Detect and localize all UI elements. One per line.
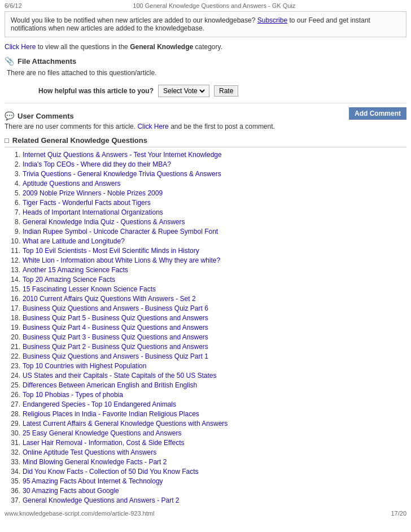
vote-select[interactable]: Select Vote [161, 86, 207, 95]
list-item-num: 28. [5, 410, 20, 418]
list-item: 11.Top 10 Evil Scientists - Most Evil Sc… [5, 247, 406, 255]
user-comments-section: 💬 User Comments Add Comment There are no… [5, 107, 406, 130]
list-item: 5.2009 Noble Prize Winners - Noble Prize… [5, 189, 406, 197]
list-item-num: 2. [5, 160, 20, 168]
list-item-num: 9. [5, 228, 20, 236]
list-item-num: 3. [5, 170, 20, 178]
file-attachments-header: 📎 File Attachments [5, 56, 406, 66]
list-item-num: 15. [5, 285, 20, 293]
list-item-link[interactable]: India's Top CEOs - Where did they do the… [23, 160, 171, 168]
list-item-link[interactable]: Top 10 Countries with Highest Population [23, 362, 146, 370]
list-item-link[interactable]: US States and their Capitals - State Cap… [23, 372, 217, 380]
list-item-link[interactable]: Top 10 Phobias - Types of phobia [23, 391, 123, 399]
list-item: 29.Latest Current Affairs & General Know… [5, 420, 406, 428]
list-item: 28.Religious Places in India - Favorite … [5, 410, 406, 418]
list-item: 22.Business Quiz Questions and Answers -… [5, 352, 406, 360]
list-item-num: 1. [5, 151, 20, 159]
list-item-link[interactable]: Indian Rupee Symbol - Unicode Character … [23, 228, 218, 236]
list-item: 2.India's Top CEOs - Where did they do t… [5, 160, 406, 168]
list-item-link[interactable]: Aptitude Questions and Answers [23, 180, 120, 187]
list-item-num: 14. [5, 276, 20, 284]
list-item-link[interactable]: Internet Quiz Questions & Answers - Test… [23, 151, 222, 159]
user-comments-text: There are no user comments for this arti… [5, 123, 406, 130]
helpful-row: How helpful was this article to you? Sel… [38, 85, 406, 97]
list-item-link[interactable]: 15 Fascinating Lesser Known Science Fact… [23, 285, 156, 293]
click-here-comment-link[interactable]: Click Here [137, 123, 168, 130]
list-item-num: 7. [5, 208, 20, 216]
comment-suffix: and be the first to post a comment. [170, 123, 275, 130]
list-item-link[interactable]: Online Aptitude Test Questions with Answ… [23, 448, 156, 456]
list-item-link[interactable]: Latest Current Affairs & General Knowled… [23, 420, 228, 428]
list-item-link[interactable]: 2010 Current Affairs Quiz Questions With… [23, 295, 196, 303]
list-item-num: 37. [5, 496, 20, 504]
bottom-url: www.knowledgebase-script.com/demo/articl… [5, 510, 154, 517]
click-here-middle: to view all the questions in the [38, 43, 130, 51]
list-item-link[interactable]: Tiger Facts - Wonderful Facts about Tige… [23, 199, 151, 207]
list-item: 23.Top 10 Countries with Highest Populat… [5, 362, 406, 370]
related-icon: □ [5, 136, 9, 145]
list-item: 21.Business Quiz Part 2 - Business Quiz … [5, 343, 406, 351]
notification-box: Would you like to be notified when new a… [5, 11, 406, 37]
list-item-link[interactable]: White Lion - Information about White Lio… [23, 256, 220, 264]
list-item-link[interactable]: Business Quiz Questions and Answers - Bu… [23, 304, 208, 312]
list-item-link[interactable]: Business Quiz Part 4 - Business Quiz Que… [23, 324, 208, 332]
user-comments-header: 💬 User Comments Add Comment [5, 107, 406, 120]
list-item: 3.Trivia Questions - General Knowledge T… [5, 170, 406, 178]
related-title: Related General Knowledge Questions [12, 136, 147, 145]
list-item-link[interactable]: Heads of Important International Organiz… [23, 208, 163, 216]
list-item-num: 16. [5, 295, 20, 303]
list-item-num: 6. [5, 199, 20, 207]
select-vote-container[interactable]: Select Vote [158, 85, 209, 97]
list-item-link[interactable]: 95 Amazing Facts About Internet & Techno… [23, 477, 163, 485]
list-item-link[interactable]: Business Quiz Part 5 - Business Quiz Que… [23, 314, 208, 322]
date-label: 6/6/12 [5, 2, 22, 9]
list-item-num: 23. [5, 362, 20, 370]
list-item: 27.Endangered Species - Top 10 Endangere… [5, 400, 406, 408]
list-item-link[interactable]: Business Quiz Part 3 - Business Quiz Que… [23, 333, 208, 341]
list-item-num: 32. [5, 448, 20, 456]
list-item: 6.Tiger Facts - Wonderful Facts about Ti… [5, 199, 406, 207]
list-item: 10.What are Latitude and Longitude? [5, 237, 406, 245]
list-item-link[interactable]: Business Quiz Questions and Answers - Bu… [23, 352, 208, 360]
list-item: 26.Top 10 Phobias - Types of phobia [5, 391, 406, 399]
list-item-link[interactable]: 30 Amazing Facts about Google [23, 487, 119, 495]
list-item-link[interactable]: Another 15 Amazing Science Facts [23, 266, 128, 274]
list-item-link[interactable]: 25 Easy General Knowledge Questions and … [23, 429, 182, 437]
list-item: 8.General Knowledge India Quiz - Questio… [5, 218, 406, 226]
rate-button[interactable]: Rate [214, 85, 238, 97]
list-item-link[interactable]: Top 20 Amazing Science Facts [23, 276, 115, 284]
list-item: 35.95 Amazing Facts About Internet & Tec… [5, 477, 406, 485]
related-section: □ Related General Knowledge Questions 1.… [5, 136, 406, 504]
list-item-num: 31. [5, 439, 20, 447]
list-item-link[interactable]: Endangered Species - Top 10 Endangered A… [23, 400, 176, 408]
list-item-num: 26. [5, 391, 20, 399]
list-item: 32.Online Aptitude Test Questions with A… [5, 448, 406, 456]
page-title: 100 General Knowledge Questions and Answ… [133, 2, 295, 9]
list-item-num: 8. [5, 218, 20, 226]
list-item-link[interactable]: General Knowledge India Quiz - Questions… [23, 218, 185, 226]
list-item-link[interactable]: 2009 Noble Prize Winners - Noble Prizes … [23, 189, 163, 197]
list-item-link[interactable]: Laser Hair Removal - Information, Cost &… [23, 439, 185, 447]
list-item-link[interactable]: Did You Know Facts - Collection of 50 Di… [23, 468, 199, 476]
click-here-link[interactable]: Click Here [5, 43, 36, 51]
list-item-link[interactable]: Mind Blowing General Knowledge Facts - P… [23, 458, 167, 466]
list-item-link[interactable]: Religious Places in India - Favorite Ind… [23, 410, 199, 418]
list-item-link[interactable]: Trivia Questions - General Knowledge Tri… [23, 170, 221, 178]
list-item-link[interactable]: General Knowledge Questions and Answers … [23, 496, 180, 504]
list-item-link[interactable]: Business Quiz Part 2 - Business Quiz Que… [23, 343, 208, 351]
subscribe-link[interactable]: Subscribe [257, 16, 287, 24]
list-item-num: 35. [5, 477, 20, 485]
list-item: 14.Top 20 Amazing Science Facts [5, 276, 406, 284]
list-item-num: 12. [5, 256, 20, 264]
user-comments-title-group: 💬 User Comments [5, 111, 74, 120]
list-item: 20.Business Quiz Part 3 - Business Quiz … [5, 333, 406, 341]
list-item-link[interactable]: Differences Between American English and… [23, 381, 197, 389]
no-files-text: There are no files attached to this ques… [7, 69, 406, 77]
list-item-num: 24. [5, 372, 20, 380]
add-comment-button[interactable]: Add Comment [349, 107, 406, 120]
list-item-link[interactable]: Top 10 Evil Scientists - Most Evil Scien… [23, 247, 199, 255]
file-attachments-section: 📎 File Attachments There are no files at… [5, 56, 406, 77]
file-attachments-title: File Attachments [18, 57, 76, 66]
divider-1 [5, 103, 406, 103]
list-item-link[interactable]: What are Latitude and Longitude? [23, 237, 125, 245]
